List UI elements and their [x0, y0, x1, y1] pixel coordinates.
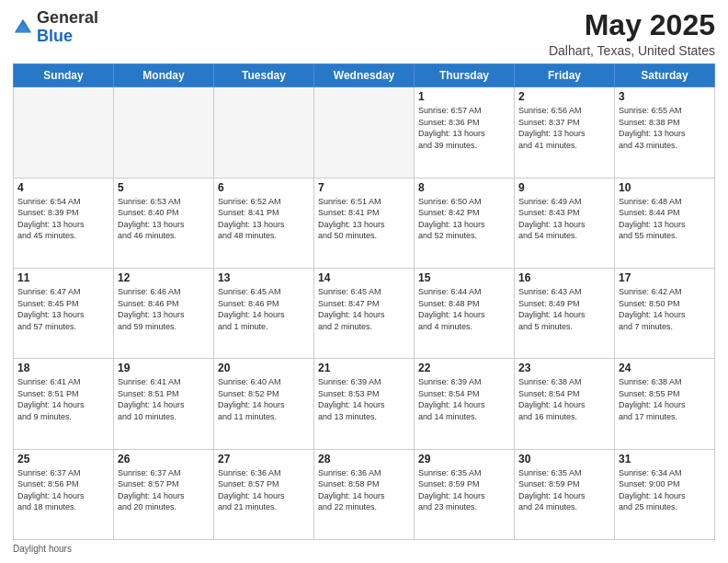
- day-number: 23: [518, 362, 610, 374]
- day-info: Sunrise: 6:51 AM Sunset: 8:41 PM Dayligh…: [318, 196, 410, 242]
- day-info: Sunrise: 6:41 AM Sunset: 8:51 PM Dayligh…: [118, 376, 210, 422]
- day-info: Sunrise: 6:36 AM Sunset: 8:57 PM Dayligh…: [218, 467, 310, 513]
- day-info: Sunrise: 6:35 AM Sunset: 8:59 PM Dayligh…: [518, 467, 610, 513]
- day-info: Sunrise: 6:38 AM Sunset: 8:55 PM Dayligh…: [619, 376, 711, 422]
- calendar-cell: 16Sunrise: 6:43 AM Sunset: 8:49 PM Dayli…: [515, 268, 615, 358]
- calendar-cell: [314, 87, 415, 178]
- calendar-header-thursday: Thursday: [415, 64, 515, 87]
- location-subtitle: Dalhart, Texas, United States: [549, 43, 715, 58]
- calendar-cell: 8Sunrise: 6:50 AM Sunset: 8:42 PM Daylig…: [415, 178, 515, 268]
- day-info: Sunrise: 6:41 AM Sunset: 8:51 PM Dayligh…: [17, 376, 109, 422]
- day-number: 3: [619, 90, 711, 103]
- day-info: Sunrise: 6:54 AM Sunset: 8:39 PM Dayligh…: [17, 196, 109, 242]
- day-info: Sunrise: 6:46 AM Sunset: 8:46 PM Dayligh…: [118, 286, 210, 332]
- day-number: 29: [418, 453, 510, 465]
- day-number: 20: [218, 362, 310, 374]
- calendar-cell: 4Sunrise: 6:54 AM Sunset: 8:39 PM Daylig…: [14, 178, 114, 268]
- day-info: Sunrise: 6:37 AM Sunset: 8:56 PM Dayligh…: [17, 467, 109, 513]
- day-number: 7: [318, 181, 410, 194]
- day-number: 1: [418, 90, 510, 103]
- day-number: 31: [619, 453, 711, 465]
- calendar-cell: 9Sunrise: 6:49 AM Sunset: 8:43 PM Daylig…: [515, 178, 615, 268]
- day-info: Sunrise: 6:57 AM Sunset: 8:36 PM Dayligh…: [418, 105, 510, 151]
- calendar-header-row: SundayMondayTuesdayWednesdayThursdayFrid…: [14, 64, 715, 87]
- calendar-cell: [14, 87, 114, 178]
- day-number: 8: [418, 181, 510, 194]
- day-info: Sunrise: 6:39 AM Sunset: 8:54 PM Dayligh…: [418, 376, 510, 422]
- calendar-cell: 10Sunrise: 6:48 AM Sunset: 8:44 PM Dayli…: [615, 178, 715, 268]
- day-number: 9: [518, 181, 610, 194]
- calendar-week-3: 11Sunrise: 6:47 AM Sunset: 8:45 PM Dayli…: [14, 268, 715, 358]
- calendar-header-tuesday: Tuesday: [214, 64, 314, 87]
- logo-blue-text: Blue: [37, 27, 73, 45]
- day-info: Sunrise: 6:34 AM Sunset: 9:00 PM Dayligh…: [619, 467, 711, 513]
- calendar-header-sunday: Sunday: [14, 64, 114, 87]
- day-number: 28: [318, 453, 410, 465]
- day-number: 11: [17, 271, 109, 284]
- calendar-week-4: 18Sunrise: 6:41 AM Sunset: 8:51 PM Dayli…: [14, 359, 715, 449]
- calendar-cell: 28Sunrise: 6:36 AM Sunset: 8:58 PM Dayli…: [314, 449, 415, 539]
- day-number: 13: [218, 271, 310, 284]
- day-info: Sunrise: 6:42 AM Sunset: 8:50 PM Dayligh…: [619, 286, 711, 332]
- calendar-cell: 24Sunrise: 6:38 AM Sunset: 8:55 PM Dayli…: [615, 359, 715, 449]
- calendar-cell: 6Sunrise: 6:52 AM Sunset: 8:41 PM Daylig…: [214, 178, 314, 268]
- day-info: Sunrise: 6:45 AM Sunset: 8:46 PM Dayligh…: [218, 286, 310, 332]
- calendar-cell: 1Sunrise: 6:57 AM Sunset: 8:36 PM Daylig…: [415, 87, 515, 178]
- day-number: 6: [218, 181, 310, 194]
- calendar-header-saturday: Saturday: [615, 64, 715, 87]
- day-number: 16: [518, 271, 610, 284]
- day-number: 14: [318, 271, 410, 284]
- calendar-header-friday: Friday: [515, 64, 615, 87]
- calendar-week-1: 1Sunrise: 6:57 AM Sunset: 8:36 PM Daylig…: [14, 87, 715, 178]
- day-number: 21: [318, 362, 410, 374]
- calendar-cell: 29Sunrise: 6:35 AM Sunset: 8:59 PM Dayli…: [415, 449, 515, 539]
- day-number: 4: [17, 181, 109, 194]
- day-number: 12: [118, 271, 210, 284]
- day-number: 18: [17, 362, 109, 374]
- calendar-cell: 31Sunrise: 6:34 AM Sunset: 9:00 PM Dayli…: [615, 449, 715, 539]
- day-info: Sunrise: 6:50 AM Sunset: 8:42 PM Dayligh…: [418, 196, 510, 242]
- calendar-cell: 25Sunrise: 6:37 AM Sunset: 8:56 PM Dayli…: [14, 449, 114, 539]
- day-info: Sunrise: 6:53 AM Sunset: 8:40 PM Dayligh…: [118, 196, 210, 242]
- calendar-cell: [114, 87, 214, 178]
- day-info: Sunrise: 6:39 AM Sunset: 8:53 PM Dayligh…: [318, 376, 410, 422]
- day-info: Sunrise: 6:35 AM Sunset: 8:59 PM Dayligh…: [418, 467, 510, 513]
- calendar-cell: 22Sunrise: 6:39 AM Sunset: 8:54 PM Dayli…: [415, 359, 515, 449]
- day-info: Sunrise: 6:56 AM Sunset: 8:37 PM Dayligh…: [518, 105, 610, 151]
- page: General Blue May 2025 Dalhart, Texas, Un…: [0, 0, 728, 563]
- calendar-cell: 26Sunrise: 6:37 AM Sunset: 8:57 PM Dayli…: [114, 449, 214, 539]
- calendar-cell: 23Sunrise: 6:38 AM Sunset: 8:54 PM Dayli…: [515, 359, 615, 449]
- calendar-cell: 21Sunrise: 6:39 AM Sunset: 8:53 PM Dayli…: [314, 359, 415, 449]
- day-number: 25: [17, 453, 109, 465]
- calendar-header-wednesday: Wednesday: [314, 64, 415, 87]
- calendar-cell: [214, 87, 314, 178]
- day-info: Sunrise: 6:43 AM Sunset: 8:49 PM Dayligh…: [518, 286, 610, 332]
- day-number: 24: [619, 362, 711, 374]
- calendar-cell: 7Sunrise: 6:51 AM Sunset: 8:41 PM Daylig…: [314, 178, 415, 268]
- day-info: Sunrise: 6:55 AM Sunset: 8:38 PM Dayligh…: [619, 105, 711, 151]
- calendar-cell: 5Sunrise: 6:53 AM Sunset: 8:40 PM Daylig…: [114, 178, 214, 268]
- day-number: 27: [218, 453, 310, 465]
- day-number: 2: [518, 90, 610, 103]
- day-info: Sunrise: 6:45 AM Sunset: 8:47 PM Dayligh…: [318, 286, 410, 332]
- month-title: May 2025: [549, 9, 715, 41]
- day-info: Sunrise: 6:38 AM Sunset: 8:54 PM Dayligh…: [518, 376, 610, 422]
- logo-general-text: General: [37, 8, 98, 27]
- calendar-cell: 27Sunrise: 6:36 AM Sunset: 8:57 PM Dayli…: [214, 449, 314, 539]
- logo-icon: [13, 17, 33, 38]
- day-info: Sunrise: 6:52 AM Sunset: 8:41 PM Dayligh…: [218, 196, 310, 242]
- calendar-cell: 2Sunrise: 6:56 AM Sunset: 8:37 PM Daylig…: [515, 87, 615, 178]
- day-number: 26: [118, 453, 210, 465]
- day-info: Sunrise: 6:37 AM Sunset: 8:57 PM Dayligh…: [118, 467, 210, 513]
- calendar-cell: 15Sunrise: 6:44 AM Sunset: 8:48 PM Dayli…: [415, 268, 515, 358]
- header: General Blue May 2025 Dalhart, Texas, Un…: [13, 9, 715, 58]
- calendar-cell: 3Sunrise: 6:55 AM Sunset: 8:38 PM Daylig…: [615, 87, 715, 178]
- day-number: 22: [418, 362, 510, 374]
- logo: General Blue: [13, 9, 98, 46]
- calendar-week-2: 4Sunrise: 6:54 AM Sunset: 8:39 PM Daylig…: [14, 178, 715, 268]
- day-info: Sunrise: 6:47 AM Sunset: 8:45 PM Dayligh…: [17, 286, 109, 332]
- day-number: 15: [418, 271, 510, 284]
- calendar-cell: 12Sunrise: 6:46 AM Sunset: 8:46 PM Dayli…: [114, 268, 214, 358]
- day-number: 30: [518, 453, 610, 465]
- calendar-header-monday: Monday: [114, 64, 214, 87]
